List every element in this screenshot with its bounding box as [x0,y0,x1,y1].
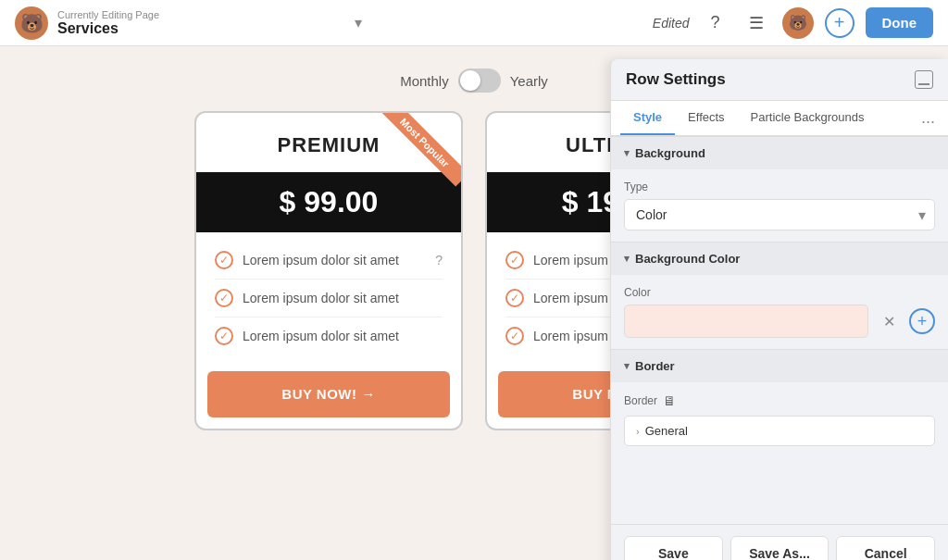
save-button[interactable]: Save [624,536,723,560]
clear-color-button[interactable]: ✕ [876,308,902,334]
menu-button[interactable]: ☰ [742,8,771,38]
premium-cta-text: BUY NOW! → [281,386,375,402]
check-icon: ✓ [215,251,233,269]
border-label: Border [624,394,657,407]
add-button[interactable]: + [825,8,854,38]
tab-particle-backgrounds[interactable]: Particle Backgrounds [738,101,878,135]
background-section-header[interactable]: ▾ Background [611,136,948,169]
tab-style[interactable]: Style [620,101,675,135]
done-button[interactable]: Done [866,7,934,38]
app-logo: 🐻 [15,6,48,40]
border-section-content: Border 🖥 › General [611,382,948,457]
border-section-header[interactable]: ▾ Border [611,349,948,382]
border-label-row: Border 🖥 [624,393,935,408]
type-select[interactable]: Color Gradient Image Video [624,199,935,230]
panel-tabs: Style Effects Particle Backgrounds ... [611,101,948,136]
monitor-icon: 🖥 [663,393,676,408]
feature-text: Lorem ipsum dolor sit amet [243,253,399,268]
avatar[interactable]: 🐻 [782,7,814,39]
background-color-content: Color ✕ + [611,275,948,349]
currently-editing-label: Currently Editing Page [57,9,347,20]
general-label: General [645,424,688,438]
ribbon-text: Most Popular [381,113,461,186]
premium-cta[interactable]: BUY NOW! → [207,371,450,417]
cancel-button[interactable]: Cancel [836,536,935,560]
color-swatch[interactable] [624,305,868,338]
panel-title: Row Settings [626,70,726,89]
type-label: Type [624,180,935,193]
page-chevron-icon[interactable]: ▾ [355,14,362,31]
premium-price: $ 99.00 [280,185,379,218]
panel-body: ▾ Background Type Color Gradient Image V… [611,136,948,524]
tab-effects[interactable]: Effects [675,101,738,135]
feature-text: Lorem ipsum dolor sit amet [243,329,399,343]
canvas: Monthly Yearly PREMIUM Most Popular $ 99… [0,46,948,560]
list-item: ✓ Lorem ipsum dolor sit amet [215,280,443,317]
monthly-label: Monthly [400,73,449,89]
billing-toggle[interactable] [458,68,501,93]
minimize-button[interactable] [915,70,933,89]
background-color-section: ▾ Background Color Color ✕ + [611,242,948,349]
type-select-wrapper: Color Gradient Image Video ▾ [624,199,935,230]
color-label: Color [624,286,935,299]
chevron-down-icon: ▾ [624,147,630,159]
premium-card: PREMIUM Most Popular $ 99.00 ✓ Lorem ips… [194,111,463,430]
panel-footer: Save Save As... Cancel [611,524,948,560]
premium-features: ✓ Lorem ipsum dolor sit amet ? ✓ Lorem i… [196,232,461,364]
background-section: ▾ Background Type Color Gradient Image V… [611,136,948,242]
border-section: ▾ Border Border 🖥 › General [611,349,948,457]
background-color-header[interactable]: ▾ Background Color [611,242,948,275]
background-section-content: Type Color Gradient Image Video ▾ [611,169,948,242]
topbar: 🐻 Currently Editing Page Services ▾ Edit… [0,0,948,46]
save-as-button[interactable]: Save As... [730,536,830,560]
page-name: Services [57,20,347,37]
background-section-label: Background [635,146,705,160]
feature-text: Lorem ipsum dolor sit amet [243,291,399,305]
check-icon: ✓ [505,251,524,269]
tabs-more-button[interactable]: ... [917,101,939,135]
check-icon: ✓ [215,289,233,307]
toggle-knob [460,70,480,91]
premium-title: PREMIUM [278,133,380,156]
background-color-label: Background Color [635,252,740,266]
list-item: ✓ Lorem ipsum dolor sit amet ? [215,242,443,280]
help-icon[interactable]: ? [435,253,443,268]
chevron-down-icon: ▾ [624,360,630,372]
add-color-button[interactable]: + [909,308,935,334]
panel-header: Row Settings [611,59,948,101]
check-icon: ✓ [215,327,233,345]
row-settings-panel: Row Settings Style Effects Particle Back… [610,59,948,560]
edited-status: Edited [653,16,690,31]
premium-ribbon: Most Popular [378,113,461,196]
border-section-label: Border [635,359,675,373]
page-info: Currently Editing Page Services [57,9,347,37]
topbar-right: Edited ? ☰ 🐻 + Done [653,7,933,39]
general-row[interactable]: › General [624,416,935,446]
chevron-right-icon: › [636,426,640,437]
chevron-down-icon: ▾ [624,253,630,265]
color-input-row: ✕ + [624,305,935,338]
premium-header: PREMIUM Most Popular [196,113,461,172]
list-item: ✓ Lorem ipsum dolor sit amet [215,317,443,355]
help-button[interactable]: ? [701,8,730,38]
yearly-label: Yearly [510,73,548,89]
check-icon: ✓ [505,289,524,307]
check-icon: ✓ [505,327,524,345]
